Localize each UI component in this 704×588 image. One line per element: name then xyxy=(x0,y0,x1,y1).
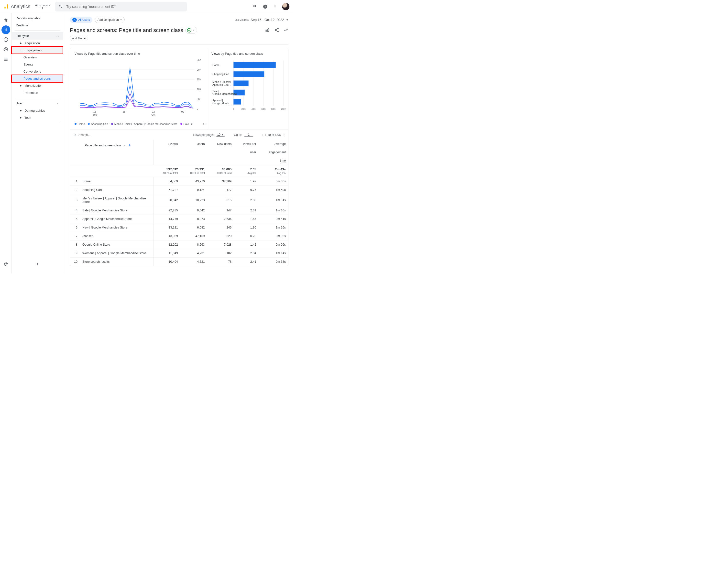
nav-acquisition[interactable]: ▶Acquisition xyxy=(12,40,63,47)
chart-legend: Home Shopping Cart Men's / Unisex | Appa… xyxy=(74,122,207,126)
legend-prev-icon[interactable]: ‹ xyxy=(202,122,204,126)
chip-add-filter[interactable]: Add filter + xyxy=(70,36,88,41)
chevron-down-icon: ▼ xyxy=(222,133,224,136)
logo-block[interactable]: Analytics xyxy=(3,4,30,9)
row-views-per-user: 0.28 xyxy=(234,232,258,240)
table-row[interactable]: 1Home84,50943,97032,3091.920m 30s xyxy=(70,177,288,186)
row-name: Shopping Cart xyxy=(81,186,154,194)
rail-admin-icon[interactable] xyxy=(1,260,10,269)
table-row[interactable]: 4Sale | Google Merchandise Store22,2859,… xyxy=(70,206,288,215)
bar-chart-title: Views by Page title and screen class xyxy=(212,52,286,55)
table-row[interactable]: 7(not set)13,06947,1696200.280m 05s xyxy=(70,232,288,240)
row-new-users: 620 xyxy=(207,232,234,240)
insights-icon[interactable] xyxy=(284,27,288,33)
avatar[interactable] xyxy=(282,3,289,10)
nav-section-user[interactable]: User ︿ xyxy=(12,100,63,107)
table-row[interactable]: 3Men's / Unisex | Apparel | Google Merch… xyxy=(70,194,288,206)
svg-text:Sep: Sep xyxy=(93,113,97,116)
page-range: 1-10 of 1337 xyxy=(265,133,281,137)
rows-per-page-label: Rows per page: xyxy=(193,133,214,137)
search-icon xyxy=(73,133,77,137)
table-row[interactable]: 2Shopping Cart61,7279,1241776.771m 49s xyxy=(70,186,288,194)
nav-reports-snapshot[interactable]: Reports snapshot xyxy=(12,15,63,22)
legend-next-icon[interactable]: › xyxy=(205,122,207,126)
help-icon[interactable]: ? xyxy=(262,4,268,9)
line-chart[interactable]: 25K 20K 15K 10K 5K 0 18 Sep 25 02 Oct 09 xyxy=(74,57,207,119)
search-bar[interactable] xyxy=(55,2,187,11)
chevron-down-icon: ▼ xyxy=(286,18,288,21)
title-actions xyxy=(265,27,288,33)
nav-overview[interactable]: Overview xyxy=(12,54,63,61)
svg-text:0: 0 xyxy=(233,108,234,110)
legend-item[interactable]: Shopping Cart xyxy=(88,122,108,125)
rows-per-page-select[interactable]: 10 ▼ xyxy=(216,133,225,137)
nav-engagement[interactable]: ▼Engagement xyxy=(12,47,63,54)
nav-events[interactable]: Events xyxy=(12,61,63,68)
sort-down-icon: ↓ xyxy=(168,142,169,145)
caret-right-icon: ▶ xyxy=(20,84,22,87)
chip-all-users[interactable]: A All Users xyxy=(70,17,93,23)
rail-explore-icon[interactable] xyxy=(1,35,10,44)
rail-reports-icon[interactable] xyxy=(1,25,10,34)
table-search-input[interactable] xyxy=(78,133,103,137)
customize-report-icon[interactable] xyxy=(265,27,270,33)
nav-realtime[interactable]: Realtime xyxy=(12,22,63,29)
col-users[interactable]: Users xyxy=(180,140,207,148)
data-quality-chip[interactable]: ▼ xyxy=(185,27,197,34)
svg-text:18: 18 xyxy=(94,111,96,113)
nav-demographics[interactable]: ▶Demographics xyxy=(12,107,63,114)
chevron-down-icon: ▼ xyxy=(41,7,44,9)
col-avg-engagement-time[interactable]: Average xyxy=(258,140,288,148)
rail-home-icon[interactable] xyxy=(1,16,10,24)
search-input[interactable] xyxy=(66,5,184,9)
nav-monetization[interactable]: ▶Monetization xyxy=(12,82,63,89)
nav-pages-and-screens[interactable]: Pages and screens xyxy=(12,75,63,82)
row-index: 5 xyxy=(70,215,81,223)
more-vert-icon[interactable] xyxy=(272,4,278,9)
legend-item[interactable]: Home xyxy=(74,122,85,125)
go-to-input[interactable]: 1 xyxy=(244,133,253,137)
svg-rect-3 xyxy=(255,5,256,6)
svg-text:Shopping Cart: Shopping Cart xyxy=(213,73,229,75)
table-row[interactable]: 9Womens | Apparel | Google Merchandise S… xyxy=(70,249,288,257)
table-row[interactable]: 5Apparel | Google Merchandise Store14,77… xyxy=(70,215,288,223)
svg-rect-5 xyxy=(255,6,256,7)
table-row[interactable]: 6New | Google Merchandise Store13,1116,6… xyxy=(70,223,288,232)
nav-conversions[interactable]: Conversions xyxy=(12,68,63,75)
svg-text:Sale |: Sale | xyxy=(213,90,219,93)
prev-page-icon[interactable]: ‹ xyxy=(261,132,263,137)
dimension-picker[interactable]: Page title and screen class ▼ + xyxy=(73,143,151,148)
table-row[interactable]: 10Store search results10,4044,321782.410… xyxy=(70,257,288,266)
table-row[interactable]: 8Google Online Store12,2028,5637,0281.42… xyxy=(70,240,288,249)
date-range-picker[interactable]: Last 28 days Sep 15 - Oct 12, 2022 ▼ xyxy=(235,18,288,22)
svg-text:02: 02 xyxy=(152,111,155,113)
svg-text:25K: 25K xyxy=(197,59,201,61)
chip-add-comparison[interactable]: Add comparison + xyxy=(95,17,125,23)
add-dimension-icon[interactable]: + xyxy=(128,143,131,148)
col-views[interactable]: ↓Views xyxy=(154,140,180,148)
share-icon[interactable] xyxy=(274,27,279,33)
svg-rect-23 xyxy=(268,28,269,31)
legend-item[interactable]: Sale | G xyxy=(180,122,193,125)
plus-icon: + xyxy=(120,18,122,21)
row-index: 7 xyxy=(70,232,81,240)
row-aet: 0m 51s xyxy=(258,215,288,223)
col-views-per-user[interactable]: Views per xyxy=(234,140,258,148)
nav-section-lifecycle[interactable]: Life cycle ︿ xyxy=(12,32,63,40)
legend-item[interactable]: Men's / Unisex | Apparel | Google Mercha… xyxy=(111,122,177,125)
col-new-users[interactable]: New users xyxy=(207,140,234,148)
nav-retention[interactable]: ▶Retention xyxy=(12,89,63,96)
row-new-users: 102 xyxy=(207,249,234,257)
nav-tech[interactable]: ▶Tech xyxy=(12,114,63,121)
collapse-nav-button[interactable] xyxy=(35,261,40,268)
bar-chart[interactable]: HomeShopping CartMen's / Unisex |Apparel… xyxy=(212,57,286,116)
row-views: 84,509 xyxy=(154,177,180,186)
table-search[interactable] xyxy=(73,133,103,137)
next-page-icon[interactable]: › xyxy=(283,132,285,137)
apps-icon[interactable] xyxy=(253,4,258,9)
rail-configure-icon[interactable] xyxy=(1,55,10,64)
account-dropdown[interactable]: All accounts ▼ xyxy=(35,4,50,9)
row-users: 6,682 xyxy=(180,223,207,232)
row-new-users: 146 xyxy=(207,223,234,232)
rail-advertising-icon[interactable] xyxy=(1,45,10,54)
